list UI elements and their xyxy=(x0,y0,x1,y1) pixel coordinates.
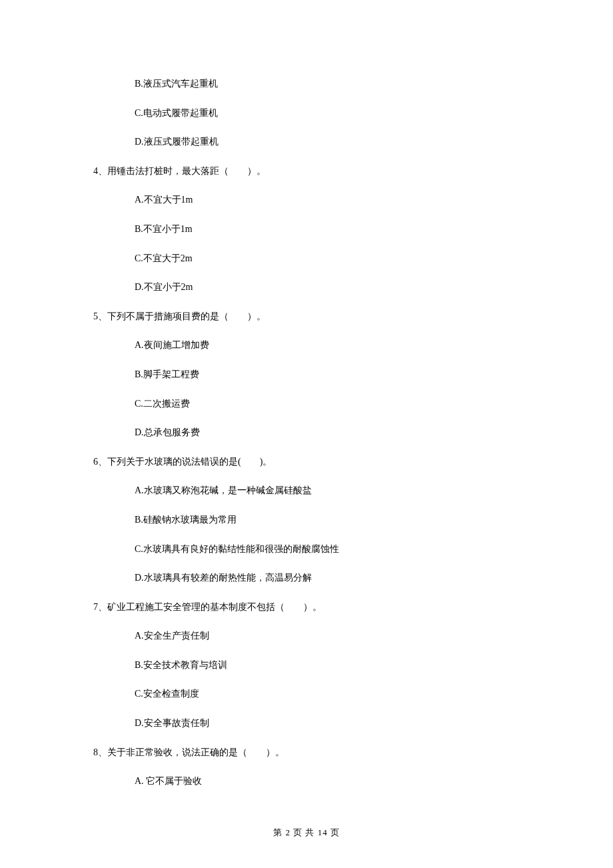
q4-option-c: C.不宜大于2m xyxy=(93,252,533,265)
q4-option-b: B.不宜小于1m xyxy=(93,223,533,236)
content-area: B.液压式汽车起重机 C.电动式履带起重机 D.液压式履带起重机 4、用锤击法打… xyxy=(0,77,613,788)
page: B.液压式汽车起重机 C.电动式履带起重机 D.液压式履带起重机 4、用锤击法打… xyxy=(0,0,613,868)
q5-option-d: D.总承包服务费 xyxy=(93,426,533,439)
q3-option-b: B.液压式汽车起重机 xyxy=(93,77,533,91)
q6-option-a: A.水玻璃又称泡花碱，是一种碱金属硅酸盐 xyxy=(93,484,533,497)
q7-stem: 7、矿业工程施工安全管理的基本制度不包括（ ）。 xyxy=(93,601,533,614)
q7-option-a: A.安全生产责任制 xyxy=(93,629,533,643)
q3-option-d: D.液压式履带起重机 xyxy=(93,135,533,149)
q6-option-b: B.硅酸钠水玻璃最为常用 xyxy=(93,513,533,527)
q3-option-c: C.电动式履带起重机 xyxy=(93,107,533,120)
q5-option-a: A.夜间施工增加费 xyxy=(93,339,533,352)
q7-option-d: D.安全事故责任制 xyxy=(93,717,533,730)
q6-option-d: D.水玻璃具有较差的耐热性能，高温易分解 xyxy=(93,571,533,585)
q6-option-c: C.水玻璃具有良好的黏结性能和很强的耐酸腐蚀性 xyxy=(93,543,533,556)
q8-stem: 8、关于非正常验收，说法正确的是（ ）。 xyxy=(93,746,533,759)
q7-option-c: C.安全检查制度 xyxy=(93,687,533,701)
q5-stem: 5、下列不属于措施项目费的是（ ）。 xyxy=(93,310,533,323)
q7-option-b: B.安全技术教育与培训 xyxy=(93,659,533,672)
q5-option-b: B.脚手架工程费 xyxy=(93,368,533,381)
q6-stem: 6、下列关于水玻璃的说法错误的是( )。 xyxy=(93,455,533,469)
q4-option-a: A.不宜大于1m xyxy=(93,193,533,207)
q4-option-d: D.不宜小于2m xyxy=(93,281,533,294)
page-footer: 第 2 页 共 14 页 xyxy=(0,827,613,839)
q5-option-c: C.二次搬运费 xyxy=(93,397,533,411)
q4-stem: 4、用锤击法打桩时，最大落距（ ）。 xyxy=(93,165,533,178)
q8-option-a: A. 它不属于验收 xyxy=(93,775,533,788)
